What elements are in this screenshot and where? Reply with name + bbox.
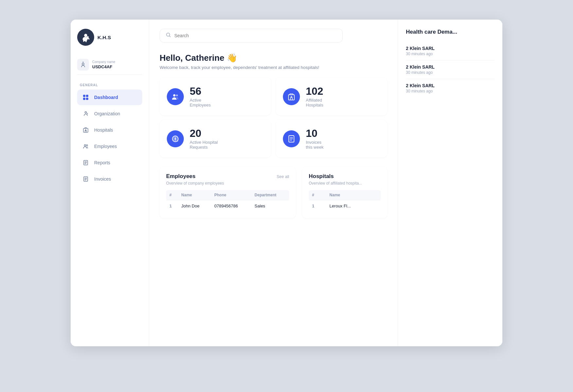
logo-area: K.H.S (77, 29, 142, 46)
sidebar-item-organization[interactable]: Organization (77, 106, 142, 122)
content-inner: Hello, Catherine 👋 Welcome back, track y… (149, 20, 502, 346)
table-row: 1 Leroux Fl... (309, 200, 381, 212)
col-dept-header: Department (251, 190, 289, 200)
employees-table-header: Employees See all (166, 173, 289, 180)
company-name: USDC4AF (92, 64, 112, 69)
demand-time: 30 minutes ago (406, 52, 495, 56)
hospitals-table-title: Hospitals (309, 173, 334, 180)
right-panel: Health care Dema... 2 Klein SARL 30 minu… (398, 20, 502, 346)
employees-label-stat: ActiveEmployees (190, 98, 211, 107)
search-icon (166, 32, 171, 39)
col-name-header: Name (178, 190, 211, 200)
company-area: Company name USDC4AF (77, 55, 142, 75)
stat-content-employees: 56 ActiveEmployees (190, 86, 211, 107)
section-general-label: GENERAL (80, 83, 142, 87)
employees-table-title: Employees (166, 173, 196, 180)
invoices-label: Invoices (94, 176, 111, 182)
hosp-col-num-header: # (309, 190, 326, 200)
bottom-tables: Employees See all Overview of company em… (160, 167, 387, 218)
stat-card-invoices: 10 Invoicesthis week (276, 120, 387, 157)
svg-point-17 (87, 181, 88, 181)
demand-item: 2 Klein SARL 30 minutes ago (406, 60, 495, 79)
logo-icon (77, 29, 94, 46)
table-row: 1 John Doe 0789456786 Sales (166, 200, 289, 212)
organization-icon (81, 109, 90, 118)
demand-item: 2 Klein SARL 30 minutes ago (406, 42, 495, 60)
hosp-col-name-header: Name (326, 190, 381, 200)
demand-item: 2 Klein SARL 30 minutes ago (406, 79, 495, 97)
sidebar-item-invoices[interactable]: Invoices (77, 171, 142, 187)
employees-count: 56 (190, 86, 211, 97)
search-bar[interactable] (160, 29, 343, 42)
stat-icon-hospitals (283, 88, 300, 105)
stats-grid: 56 ActiveEmployees (160, 78, 387, 157)
sidebar-item-reports[interactable]: Reports (77, 155, 142, 171)
reports-label: Reports (94, 160, 110, 165)
hospitals-label: Hospitals (94, 127, 113, 133)
hospitals-table-section: Hospitals Overview of affiliated hospita… (302, 167, 387, 218)
hospitals-table-header: Hospitals (309, 173, 381, 180)
stat-content-hospitals: 102 AffiliatedHospitals (306, 86, 323, 107)
employees-table-sub: Overview of company employees (166, 181, 289, 186)
svg-point-13 (84, 145, 86, 146)
sidebar-item-employees[interactable]: Employees (77, 139, 142, 154)
hospitals-table-sub: Overview of affiliated hospita... (309, 181, 381, 186)
stat-icon-invoices (283, 130, 300, 147)
sidebar-item-hospitals[interactable]: Hospitals (77, 122, 142, 138)
logo-text: K.H.S (97, 35, 111, 40)
invoices-icon (81, 174, 90, 184)
col-phone-header: Phone (211, 190, 251, 200)
svg-rect-8 (86, 95, 88, 97)
stat-content-invoices: 10 Invoicesthis week (306, 128, 323, 150)
search-input[interactable] (174, 33, 337, 38)
svg-point-20 (176, 94, 178, 96)
reports-icon (81, 158, 90, 167)
demand-time: 30 minutes ago (406, 70, 495, 75)
dashboard-label: Dashboard (94, 95, 118, 100)
stat-icon-employees (167, 88, 184, 105)
stat-icon-requests (167, 130, 184, 147)
health-care-title: Health care Dema... (406, 29, 495, 35)
greeting-title: Hello, Catherine 👋 (160, 53, 387, 63)
employees-label: Employees (94, 144, 117, 149)
employees-table-section: Employees See all Overview of company em… (160, 167, 296, 218)
company-label: Company name (92, 60, 115, 64)
hospitals-table: # Name 1 Leroux Fl... (309, 190, 381, 212)
row-num: 1 (166, 200, 178, 212)
requests-label-stat: Active HospitalRequests (190, 140, 218, 150)
company-info: Company name USDC4AF (92, 60, 115, 70)
hospitals-label-stat: AffiliatedHospitals (306, 98, 323, 107)
demand-name: 2 Klein SARL (406, 64, 495, 70)
hospitals-icon (81, 125, 90, 135)
greeting-section: Hello, Catherine 👋 Welcome back, track y… (160, 53, 387, 70)
row-dept: Sales (251, 200, 289, 212)
requests-count: 20 (190, 128, 218, 139)
svg-point-6 (82, 63, 84, 65)
invoices-count: 10 (306, 128, 323, 139)
svg-rect-7 (83, 95, 85, 97)
svg-point-11 (85, 112, 87, 113)
svg-point-14 (86, 145, 88, 146)
sidebar: K.H.S Company name USDC4AF GENERAL (71, 20, 149, 346)
dashboard-icon (81, 93, 90, 102)
demand-name: 2 Klein SARL (406, 83, 495, 88)
svg-rect-9 (83, 98, 85, 100)
content-area: Hello, Catherine 👋 Welcome back, track y… (149, 20, 502, 346)
stat-card-requests: 20 Active HospitalRequests (160, 120, 271, 157)
demand-time: 30 minutes ago (406, 89, 495, 93)
hospitals-count: 102 (306, 86, 323, 97)
invoices-label-stat: Invoicesthis week (306, 140, 323, 150)
sidebar-item-dashboard[interactable]: Dashboard (77, 90, 142, 105)
main-content: Hello, Catherine 👋 Welcome back, track y… (149, 20, 398, 346)
employees-icon (81, 142, 90, 151)
hosp-row-num: 1 (309, 200, 326, 212)
stat-card-employees: 56 ActiveEmployees (160, 78, 271, 115)
svg-point-1 (84, 34, 87, 37)
employees-table: # Name Phone Department 1 John Doe (166, 190, 289, 212)
organization-label: Organization (94, 111, 120, 116)
svg-point-19 (173, 94, 176, 96)
company-icon (77, 59, 89, 71)
hosp-row-name: Leroux Fl... (326, 200, 381, 212)
row-name: John Doe (178, 200, 211, 212)
employees-see-all[interactable]: See all (277, 174, 289, 179)
